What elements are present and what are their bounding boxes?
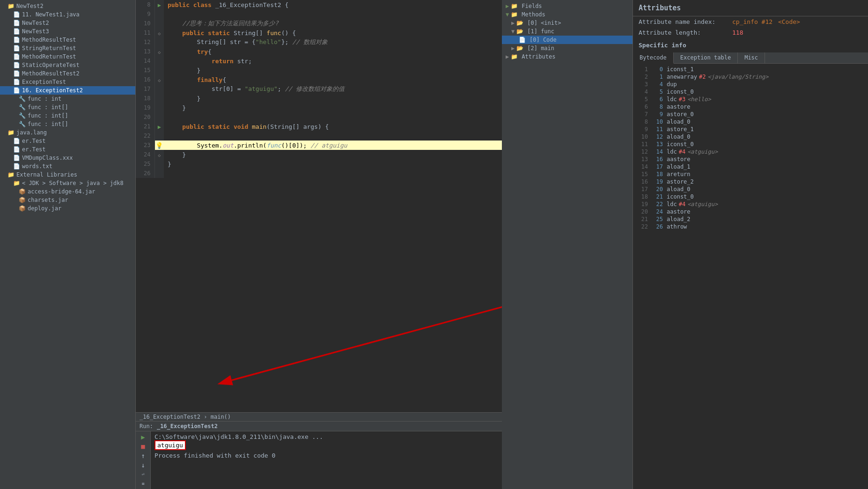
diamond-gutter4: ◇ [158, 153, 161, 158]
attributes-panel: Attributes Attribute name index: cp_info… [633, 0, 868, 489]
code-line-13: 13 ◇ try{ [136, 47, 502, 56]
folder-icon3: 📁 [511, 53, 518, 60]
sidebar-item-words[interactable]: 📄 words.txt [0, 162, 135, 170]
bottom-output: C:\Software\java\jdk1.8.0_211\bin\java.e… [151, 431, 502, 489]
bytecode-idx: 13 [637, 156, 648, 163]
tab-exception-table[interactable]: Exception table [674, 52, 738, 63]
tree-init[interactable]: ▶ 📂 [0] <init> [502, 19, 633, 27]
bytecode-offset: 16 [650, 156, 663, 163]
bytecode-list: 10iconst_121anewarray#2<java/lang/String… [633, 64, 868, 489]
bytecode-arg: #4 [679, 201, 685, 207]
bytecode-row: 1619astore_2 [633, 178, 868, 185]
code-panel[interactable]: 8 ▶ public class _16_ExceptionTest2 { 9 [136, 0, 502, 412]
bytecode-offset: 26 [650, 223, 663, 230]
stop-button[interactable]: ■ [138, 443, 149, 450]
sidebar-item-func4[interactable]: 🔧 func : int[] [0, 120, 135, 128]
run-button[interactable]: ▶ [138, 433, 149, 441]
bytecode-offset: 6 [650, 96, 663, 103]
code-line-23: 23 💡 System.out.println(func()[0]); // a… [136, 141, 502, 150]
wrap-button[interactable]: ⏎ [138, 471, 149, 478]
sidebar-item-charsets[interactable]: 📦 charsets.jar [0, 196, 135, 204]
sidebar-item-deploy[interactable]: 📦 deploy.jar [0, 204, 135, 213]
bytecode-offset: 5 [650, 89, 663, 95]
bytecode-offset: 8 [650, 104, 663, 110]
bytecode-offset: 11 [650, 126, 663, 133]
sidebar-item-stringreturntest[interactable]: 📄 StringReturnTest [0, 44, 135, 52]
bytecode-idx: 10 [637, 133, 648, 140]
tree-fields[interactable]: ▶ 📁 Fields [502, 2, 633, 10]
run-gutter-icon[interactable]: ▶ [158, 2, 161, 8]
sidebar-item-func3[interactable]: 🔧 func : int[] [0, 111, 135, 120]
sidebar-item-newtest2[interactable]: 📄 NewTest2 [0, 19, 135, 27]
sidebar-item-newtest3[interactable]: 📄 NewTest3 [0, 27, 135, 36]
sidebar-item-newtest1[interactable]: 📄 11. NewTest1.java [0, 10, 135, 19]
bytecode-row: 1012aload_0 [633, 133, 868, 141]
sidebar-item-methodresulttest[interactable]: 📄 MethodResultTest [0, 36, 135, 44]
main-area: 📁 NewTest2 📄 11. NewTest1.java 📄 NewTest… [0, 0, 868, 489]
code-line-20: 20 [136, 112, 502, 122]
code-line-19: 19 } [136, 103, 502, 112]
bottom-toolbar: ▶ ■ ↑ ↓ ⏎ ≡ [136, 431, 151, 489]
bytecode-row: 1518areturn [633, 170, 868, 178]
bytecode-row: 1720aload_0 [633, 185, 868, 193]
bytecode-instr: ldc [667, 96, 677, 103]
bytecode-instr: astore_1 [667, 126, 694, 133]
bytecode-instr: anewarray [667, 74, 697, 80]
sidebar-item-jdk[interactable]: 📁 < JDK > Software > java > jdk8 [0, 179, 135, 187]
attr-name-cpinfo[interactable]: cp_info #12 [732, 18, 772, 25]
sidebar-item-exceptiontest[interactable]: 📄 ExceptionTest [0, 78, 135, 86]
bytecode-idx: 1 [637, 66, 648, 73]
sidebar-item-staticoperatetest[interactable]: 📄 StaticOperateTest [0, 61, 135, 69]
sidebar-item-accessbridge[interactable]: 📦 access-bridge-64.jar [0, 187, 135, 196]
output-selected[interactable]: atguigu [154, 440, 186, 450]
folder-icon2: 📂 [516, 45, 523, 52]
bytecode-instr: aastore [667, 208, 691, 215]
file-icon: 📄 [13, 11, 20, 18]
sidebar-item-methodreturntest[interactable]: 📄 MethodReturnTest [0, 52, 135, 61]
sidebar-item-newtest2[interactable]: 📁 NewTest2 [0, 2, 135, 10]
attr-length-row: Attribute length: 118 [633, 27, 868, 38]
code-line-18: 18 } [136, 94, 502, 103]
sidebar-item-extlibs[interactable]: 📁 External Libraries [0, 170, 135, 179]
jar-icon: 📦 [19, 205, 26, 212]
sidebar-item-func1[interactable]: 🔧 func : int [0, 95, 135, 103]
run-classname: _16_ExceptionTest2 [157, 423, 218, 430]
sidebar-item-vmdump[interactable]: 📄 VMDumpClass.xxx [0, 154, 135, 162]
bytecode-instr: aastore [667, 104, 691, 110]
tree-func[interactable]: ▼ 📂 [1] func [502, 27, 633, 36]
tree-attributes[interactable]: ▶ 📁 Attributes [502, 52, 633, 61]
tree-main[interactable]: ▶ 📂 [2] main [502, 44, 633, 52]
bytecode-idx: 19 [637, 201, 648, 207]
tree-code[interactable]: 📄 [0] Code [502, 36, 633, 44]
bytecode-instr: ldc [667, 201, 677, 207]
scroll-down-button[interactable]: ↓ [138, 461, 149, 469]
sidebar-item-ertest1[interactable]: 📄 er.Test [0, 137, 135, 145]
bytecode-offset: 24 [650, 208, 663, 215]
method-icon: 🔧 [19, 96, 26, 102]
sidebar-item-exceptiontest2[interactable]: 📄 16. ExceptionTest2 [0, 86, 135, 95]
sidebar-item-methodresulttest2[interactable]: 📄 MethodResultTest2 [0, 69, 135, 78]
sidebar-item-func2[interactable]: 🔧 func : int[] [0, 103, 135, 111]
code-line-11: 11 ◇ public static String[] func() { [136, 28, 502, 37]
tab-bytecode[interactable]: Bytecode [633, 52, 674, 64]
code-line-14: 14 return str; [136, 56, 502, 66]
bytecode-row: 21anewarray#2<java/lang/String> [633, 73, 868, 81]
chevron-right-icon2: ▶ [511, 45, 515, 52]
bytecode-row: 1316aastore [633, 156, 868, 163]
bytecode-row: 68aastore [633, 103, 868, 111]
attr-length-label: Attribute length: [639, 29, 732, 36]
tab-misc[interactable]: Misc [738, 52, 765, 63]
bytecode-instr: athrow [667, 223, 687, 230]
bytecode-instr: aload_0 [667, 186, 691, 193]
run-output: atguigu [154, 440, 498, 450]
scroll-up-button[interactable]: ↑ [138, 452, 149, 459]
bytecode-row: 810aload_0 [633, 118, 868, 126]
filter-button[interactable]: ≡ [138, 480, 149, 488]
specific-info: Specific info [633, 38, 868, 52]
sidebar-item-ertest2[interactable]: 📄 er.Test [0, 145, 135, 154]
tree-methods[interactable]: ▼ 📁 Methods [502, 10, 633, 19]
sidebar-item-javalang[interactable]: 📁 java.lang [0, 128, 135, 137]
run-gutter-icon2[interactable]: ▶ [158, 124, 161, 130]
code-line-22: 22 [136, 131, 502, 141]
methods-icon: 📁 [511, 11, 518, 18]
